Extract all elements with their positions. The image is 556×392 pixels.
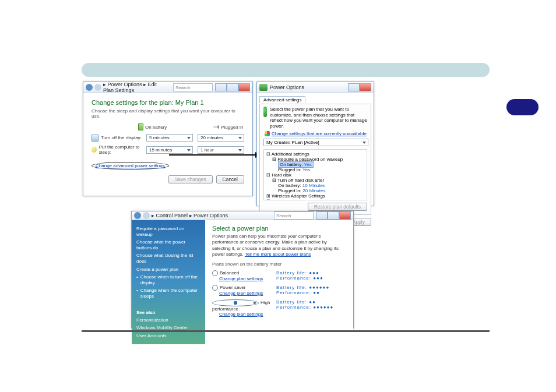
change-plan-link[interactable]: Change plan settings xyxy=(219,291,263,296)
battery-life-label: Battery life: xyxy=(276,299,309,305)
margin-badge xyxy=(506,99,539,115)
advanced-options-window: Power Options Advanced settings Select t… xyxy=(256,82,374,206)
performance-label: Performance: xyxy=(276,276,313,281)
tree-turnoff-hd[interactable]: Turn off hard disk after xyxy=(277,178,324,183)
restore-defaults-button[interactable]: Restore plan defaults xyxy=(308,203,367,211)
plan-name: Balanced xyxy=(220,270,239,276)
search-input[interactable]: Search xyxy=(274,211,314,220)
callout-arrow xyxy=(169,154,256,156)
change-plan-link[interactable]: Change plan settings xyxy=(219,312,263,317)
tree-additional[interactable]: Additional settings xyxy=(272,151,309,157)
search-input[interactable]: Search xyxy=(173,83,213,91)
on-battery-header: On battery xyxy=(138,123,167,130)
breadcrumb[interactable]: ▸ Control Panel ▸ Power Options xyxy=(152,213,272,218)
display-plugged-select[interactable]: 20 minutes xyxy=(198,134,244,142)
help-icon[interactable] xyxy=(348,83,360,91)
plan-radio[interactable] xyxy=(212,270,218,276)
tree-hd-batt-value[interactable]: 10 Minutes xyxy=(302,183,325,188)
power-plan-row: BalancedChange plan settingsBattery life… xyxy=(212,270,346,281)
power-plan-row: High performanceChange plan settingsBatt… xyxy=(212,299,346,317)
plan-radio[interactable] xyxy=(212,299,259,306)
dialog-description: Select the power plan that you want to c… xyxy=(270,107,367,129)
section-heading-bar xyxy=(82,63,490,77)
see-also-heading: See also xyxy=(136,310,200,315)
edit-plan-window: ▸ Power Options ▸ Edit Plan Settings Sea… xyxy=(83,82,253,196)
page-title: Change settings for the plan: My Plan 1 xyxy=(92,99,244,106)
minimize-icon[interactable] xyxy=(316,211,328,220)
performance-dots: ●●●●●● xyxy=(313,305,333,310)
page-title: Select a power plan xyxy=(212,225,346,232)
tasks-sidebar: Require a password on wakeupChoose what … xyxy=(132,220,205,344)
save-button[interactable]: Save changes xyxy=(168,175,213,183)
sidebar-task[interactable]: Create a power plan xyxy=(136,267,200,273)
unavailable-settings-link[interactable]: Change settings that are currently unava… xyxy=(272,131,367,136)
sleep-battery-select[interactable]: 15 minutes xyxy=(146,146,193,154)
page-subtitle: Choose the sleep and display settings th… xyxy=(92,108,244,119)
page-divider xyxy=(82,330,490,332)
sidebar-task[interactable]: Require a password on wakeup xyxy=(136,226,200,237)
window-titlebar: ▸ Power Options ▸ Edit Plan Settings Sea… xyxy=(83,82,252,93)
change-plan-link[interactable]: Change plan settings xyxy=(219,276,263,281)
close-icon[interactable] xyxy=(238,83,250,91)
plugged-in-header: Plugged in xyxy=(213,123,243,130)
tab-advanced[interactable]: Advanced settings xyxy=(259,96,305,103)
window-titlebar: ▸ Control Panel ▸ Power Options Search xyxy=(132,211,353,220)
power-plan-row: Power saverChange plan settingsBattery l… xyxy=(212,285,346,296)
plans-shown-label: Plans shown on the battery meter xyxy=(212,262,346,267)
power-shield-icon xyxy=(263,107,267,117)
maximize-icon[interactable] xyxy=(328,211,339,220)
nav-back-icon[interactable] xyxy=(134,212,141,219)
sleep-icon xyxy=(92,147,97,153)
plan-selector[interactable]: My Created PLan [Active] xyxy=(263,139,368,146)
battery-life-dots: ●●●●●● xyxy=(309,285,329,290)
tree-hd-plug-label: Plugged in: xyxy=(278,188,301,193)
performance-dots: ●●● xyxy=(313,276,323,281)
tell-me-more-link[interactable]: Tell me more about power plans xyxy=(245,252,311,257)
see-also-link[interactable]: Personalization xyxy=(136,317,200,323)
tree-harddisk[interactable]: Hard disk xyxy=(272,172,291,178)
battery-life-label: Battery life: xyxy=(276,270,309,276)
sidebar-task[interactable]: Change when the computer sleeps xyxy=(136,288,200,299)
tree-plugged-pw-label: Plugged in: xyxy=(278,167,301,172)
window-titlebar: Power Options xyxy=(257,82,374,93)
display-icon xyxy=(92,135,98,142)
sleep-plugged-select[interactable]: 1 hour xyxy=(198,146,244,154)
tree-hd-plug-value[interactable]: 20 Minutes xyxy=(302,188,325,193)
power-icon xyxy=(259,84,268,91)
nav-forward-icon[interactable] xyxy=(94,84,101,91)
performance-label: Performance: xyxy=(276,290,313,295)
battery-life-dots: ●●● xyxy=(309,270,319,276)
nav-back-icon[interactable] xyxy=(86,84,93,91)
performance-dots: ●● xyxy=(313,290,320,295)
sidebar-task[interactable]: Choose when to turn off the display xyxy=(136,274,200,285)
power-options-window: ▸ Control Panel ▸ Power Options Search R… xyxy=(131,211,354,329)
close-icon[interactable] xyxy=(339,211,351,220)
display-battery-select[interactable]: 5 minutes xyxy=(146,134,193,142)
sidebar-task[interactable]: Choose what closing the lid does xyxy=(136,253,200,264)
page-description: Power plans can help you maximize your c… xyxy=(212,234,346,258)
plan-name: Power saver xyxy=(220,285,245,290)
advanced-settings-link[interactable]: Change advanced power settings xyxy=(96,163,165,168)
breadcrumb[interactable]: ▸ Power Options ▸ Edit Plan Settings xyxy=(103,82,165,93)
battery-life-dots: ●● xyxy=(309,299,316,305)
battery-icon xyxy=(138,123,143,130)
tree-plugged-pw-value[interactable]: Yes xyxy=(302,167,310,172)
performance-label: Performance: xyxy=(276,305,313,310)
cancel-button[interactable]: Cancel xyxy=(216,175,244,183)
plan-radio[interactable] xyxy=(212,285,218,291)
turn-off-display-label: Turn off the display: xyxy=(101,135,142,140)
nav-forward-icon[interactable] xyxy=(143,212,150,219)
minimize-icon[interactable] xyxy=(215,83,227,91)
maximize-icon[interactable] xyxy=(227,83,238,91)
tree-wireless[interactable]: Wireless Adapter Settings xyxy=(272,193,325,199)
battery-life-label: Battery life: xyxy=(276,285,309,290)
see-also-link[interactable]: User Accounts xyxy=(136,333,200,339)
window-title: Power Options xyxy=(270,84,348,90)
close-icon[interactable] xyxy=(360,83,371,91)
settings-tree[interactable]: ⊟ Additional settings ⊟ Require a passwo… xyxy=(263,149,367,200)
tree-hd-batt-label: On battery: xyxy=(278,183,301,188)
uac-shield-icon xyxy=(265,131,270,136)
plug-icon xyxy=(213,124,219,130)
sidebar-task[interactable]: Choose what the power buttons do xyxy=(136,239,200,250)
tree-sleep[interactable]: Sleep xyxy=(272,199,283,200)
